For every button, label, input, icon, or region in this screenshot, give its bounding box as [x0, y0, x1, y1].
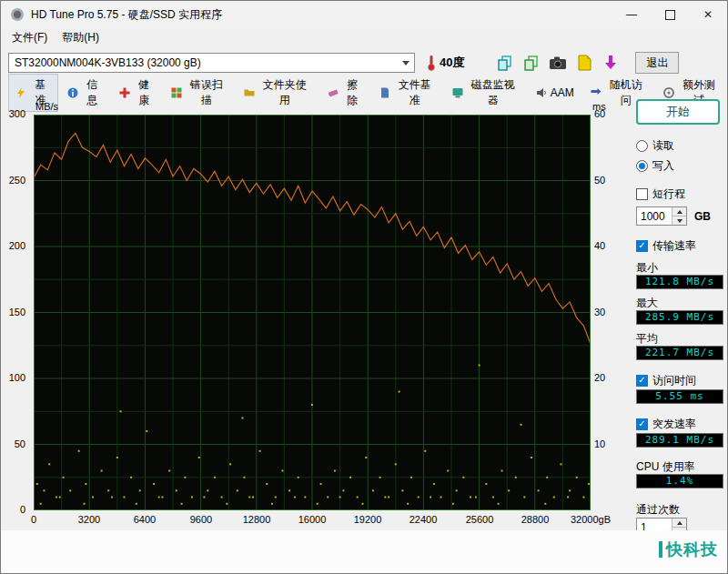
spinner-up-icon[interactable]	[672, 519, 686, 527]
control-panel: 开始 读取 写入 短行程 1000 GB 传输速率	[625, 99, 727, 559]
save-image-icon	[577, 55, 592, 71]
watermark-text: 快科技	[666, 539, 718, 560]
burst-rate-checkbox[interactable]: 突发速率	[636, 416, 727, 432]
screenshot-button[interactable]	[546, 52, 570, 74]
checkbox-icon	[636, 188, 648, 200]
close-button[interactable]: ✕	[689, 1, 727, 28]
menu-help[interactable]: 帮助(H)	[55, 28, 106, 47]
burst-rate-label: 突发速率	[652, 417, 696, 432]
minimize-button[interactable]: —	[612, 1, 651, 28]
checkbox-checked-icon	[636, 418, 648, 430]
x-axis-tick: 12800	[231, 514, 282, 525]
temperature-display: 40度	[426, 55, 464, 71]
maximize-button[interactable]	[651, 1, 689, 28]
min-value-display: 121.8 MB/s	[636, 275, 723, 289]
menu-bar: 文件(F) 帮助(H)	[1, 28, 727, 47]
radio-selected-icon	[636, 160, 648, 172]
y-axis-tick: 250	[1, 175, 25, 186]
benchmark-plot	[34, 115, 591, 510]
exit-button[interactable]: 退出	[635, 52, 679, 74]
checkbox-checked-icon	[636, 240, 648, 252]
checkbox-checked-icon	[636, 375, 648, 387]
y-axis-tick: 300	[1, 108, 25, 119]
save-image-button[interactable]	[572, 52, 596, 74]
copy-to-clipboard-button[interactable]	[493, 52, 517, 74]
window-controls: — ✕	[612, 1, 727, 28]
transfer-rate-checkbox[interactable]: 传输速率	[636, 237, 727, 254]
y-axis-tick: 50	[1, 438, 25, 449]
watermark-logo: 快科技	[659, 539, 718, 560]
access-time-checkbox[interactable]: 访问时间	[636, 372, 727, 388]
cpu-usage-display: 1.4%	[636, 474, 723, 488]
right-axis-ticks: 60 50 40 30 20 10	[594, 115, 622, 510]
window-title: HD Tune Pro 5.75 - 硬盘/SSD 实用程序	[31, 7, 222, 23]
read-radio[interactable]: 读取	[636, 137, 727, 154]
pass-count-label: 通过次数	[636, 502, 727, 516]
copy-pages-green-icon	[523, 55, 540, 71]
maximize-icon	[665, 10, 675, 20]
y-axis-tick: 100	[1, 372, 25, 383]
x-axis-tick: 25600	[454, 514, 505, 525]
drive-selector[interactable]: ST32000NM004K-3VB133 (32000 gB)	[8, 53, 415, 73]
access-time-label: 访问时间	[652, 373, 696, 388]
spinner-buttons	[672, 207, 686, 225]
avg-value-display: 221.7 MB/s	[636, 346, 723, 360]
avg-label: 平均	[636, 331, 727, 345]
x-axis-ticks: 0 3200 6400 9600 12800 16000 19200 22400…	[1, 514, 623, 527]
watermark-bar-icon	[659, 541, 662, 558]
short-stroke-size-value: 1000	[637, 207, 672, 225]
left-axis-unit-label: MB/s	[35, 101, 58, 112]
title-bar: HD Tune Pro 5.75 - 硬盘/SSD 实用程序 — ✕	[1, 1, 727, 28]
app-window: HD Tune Pro 5.75 - 硬盘/SSD 实用程序 — ✕ 文件(F)…	[0, 0, 728, 574]
y-axis-tick: 40	[594, 240, 605, 251]
x-axis-tick: 6400	[119, 514, 170, 525]
copy-image-button[interactable]	[520, 52, 543, 74]
x-axis-tick: 19200	[342, 514, 393, 525]
write-radio-label: 写入	[652, 158, 674, 174]
benchmark-chart-region: MB/s ms 300 250 200 150 100 50 0 60 50 4…	[1, 96, 623, 543]
start-button[interactable]: 开始	[636, 99, 720, 125]
transfer-rate-label: 传输速率	[652, 238, 696, 254]
short-stroke-unit-label: GB	[694, 210, 711, 223]
short-stroke-label: 短行程	[652, 186, 685, 202]
y-axis-tick: 10	[594, 438, 605, 449]
x-axis-tick: 22400	[398, 514, 449, 525]
max-value-display: 285.9 MB/s	[636, 310, 723, 325]
spinner-down-icon[interactable]	[672, 216, 686, 225]
menu-file[interactable]: 文件(F)	[5, 28, 55, 47]
write-radio[interactable]: 写入	[636, 157, 727, 174]
copy-icon	[497, 55, 513, 71]
x-axis-tick: 28800	[510, 514, 561, 525]
short-stroke-checkbox[interactable]: 短行程	[636, 186, 727, 202]
download-arrow-icon	[603, 55, 618, 71]
y-axis-tick: 20	[594, 372, 605, 383]
short-stroke-size-input[interactable]: 1000	[636, 206, 687, 226]
y-axis-tick: 150	[1, 307, 25, 317]
max-label: 最大	[636, 296, 727, 309]
y-axis-tick: 30	[594, 307, 605, 317]
bottom-strip	[1, 530, 727, 573]
save-results-button[interactable]	[599, 52, 622, 74]
extra-tests-icon	[663, 87, 674, 98]
cpu-usage-label: CPU 使用率	[636, 459, 727, 473]
y-axis-tick: 50	[594, 175, 605, 186]
thermometer-icon	[426, 55, 437, 71]
burst-rate-display: 289.1 MB/s	[636, 433, 723, 448]
x-axis-tick: 16000	[287, 514, 338, 525]
x-axis-tick: 32000gB	[565, 514, 616, 525]
y-axis-tick: 60	[594, 108, 605, 119]
x-axis-tick: 0	[8, 514, 59, 525]
temperature-value: 40度	[440, 55, 464, 71]
left-axis-ticks: 300 250 200 150 100 50 0	[1, 115, 29, 510]
spinner-up-icon[interactable]	[672, 207, 686, 216]
chevron-down-icon	[398, 54, 414, 72]
x-axis-tick: 3200	[64, 514, 115, 525]
min-label: 最小	[636, 260, 727, 274]
x-axis-tick: 9600	[176, 514, 227, 525]
access-time-display: 5.55 ms	[636, 389, 723, 404]
radio-icon	[636, 140, 648, 152]
drive-selector-value: ST32000NM004K-3VB133 (32000 gB)	[15, 56, 201, 69]
read-radio-label: 读取	[652, 138, 674, 154]
camera-icon	[549, 55, 567, 70]
y-axis-tick: 200	[1, 240, 25, 251]
